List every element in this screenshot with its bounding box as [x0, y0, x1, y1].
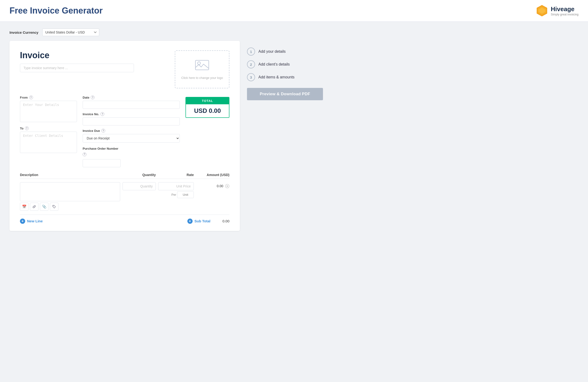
from-to-column: From ? To ? — [20, 95, 77, 167]
page-title: Free Invoice Generator — [9, 6, 103, 16]
to-group: To ? — [20, 126, 77, 153]
desc-col-label: Description — [20, 173, 120, 177]
invoice-no-input[interactable]: IN-0001 — [83, 117, 180, 126]
brand-tagline: Simply great invoicing — [551, 13, 579, 16]
line-qty-area — [123, 182, 156, 190]
step-2-label: Add client's details — [258, 62, 290, 66]
sub-total-plus-icon: + — [187, 219, 193, 224]
add-line-label: New Line — [27, 219, 43, 223]
from-help-icon[interactable]: ? — [29, 95, 33, 99]
currency-row: Invoice Currency United States Dollar - … — [9, 28, 240, 36]
items-header-row: Description Quantity Rate Amount (USD) — [20, 173, 230, 179]
po-label: Purchase Order Number — [83, 147, 180, 150]
po-input[interactable] — [83, 159, 121, 167]
list-item: 2 Add client's details — [247, 60, 323, 68]
table-row: 📅 📎 — [20, 180, 230, 212]
invoice-header-section: Invoice Click here to change your logo — [20, 50, 230, 88]
fields-column: Date ? 2020-07-24 Invoice No. ? IN-0001 — [83, 95, 180, 167]
page-header: Free Invoice Generator Hiveage Simply gr… — [0, 0, 588, 22]
date-help-icon[interactable]: ? — [91, 95, 95, 99]
step-1-label: Add your details — [258, 49, 286, 54]
amount-col-label: Amount (USD) — [196, 173, 230, 177]
logo-upload-area[interactable]: Click here to change your logo — [175, 50, 230, 88]
rate-col-label: Rate — [158, 173, 194, 177]
add-line-plus-icon: + — [20, 219, 25, 224]
line-unit-row: Per — [158, 191, 194, 198]
items-section: Description Quantity Rate Amount (USD) 📅 — [20, 173, 230, 224]
from-label: From ? — [20, 95, 77, 99]
logo-upload-text: Click here to change your logo — [181, 76, 223, 80]
step-3-label: Add items & amounts — [258, 75, 294, 79]
po-help-icon[interactable]: ? — [83, 152, 86, 156]
date-group: Date ? 2020-07-24 — [83, 95, 180, 109]
invoice-title: Invoice — [20, 50, 168, 60]
total-label: TOTAL — [186, 97, 229, 104]
svg-point-5 — [53, 206, 54, 206]
left-area: Invoice Currency United States Dollar - … — [9, 28, 240, 231]
invoice-due-label: Invoice Due ? — [83, 129, 180, 132]
svg-point-4 — [198, 62, 200, 65]
sub-total-row: + Sub Total 0.00 — [187, 219, 230, 224]
currency-label: Invoice Currency — [9, 30, 39, 34]
hiveage-hex-icon — [536, 4, 548, 17]
line-qty-input[interactable] — [123, 182, 156, 190]
line-unit-input[interactable] — [177, 191, 194, 198]
main-container: Invoice Currency United States Dollar - … — [0, 22, 333, 237]
list-item: 1 Add your details — [247, 47, 323, 56]
invoice-due-select[interactable]: Due on Receipt Net 15 Net 30 Net 60 Cust… — [83, 134, 180, 143]
total-area: TOTAL USD 0.00 — [186, 95, 230, 167]
line-desc-input[interactable] — [20, 182, 120, 201]
per-label: Per — [171, 193, 176, 196]
line-remove-btn[interactable]: ⓧ — [225, 184, 230, 188]
invoice-no-help-icon[interactable]: ? — [101, 112, 104, 116]
logo-text-area: Hiveage Simply great invoicing — [551, 5, 579, 16]
invoice-due-group: Invoice Due ? Due on Receipt Net 15 Net … — [83, 129, 180, 143]
total-amount: USD 0.00 — [186, 104, 229, 117]
invoice-due-help-icon[interactable]: ? — [101, 129, 105, 132]
attachment-tool-btn[interactable]: 📎 — [40, 203, 48, 211]
preview-download-button[interactable]: Preview & Download PDF — [247, 88, 323, 100]
line-rate-input[interactable] — [158, 182, 194, 190]
to-textarea[interactable] — [20, 132, 77, 153]
step-3-num: 3 — [247, 73, 255, 81]
brand-name: Hiveage — [551, 5, 579, 13]
to-help-icon[interactable]: ? — [25, 126, 29, 130]
step-1-num: 1 — [247, 47, 255, 56]
line-toolbar: 📅 📎 — [20, 203, 120, 211]
from-group: From ? — [20, 95, 77, 122]
invoice-body: From ? To ? — [20, 95, 230, 167]
line-amount-area: 0.00 ⓧ — [196, 182, 230, 188]
sub-total-button[interactable]: + Sub Total — [187, 219, 210, 224]
to-label: To ? — [20, 126, 77, 130]
invoice-card: Invoice Click here to change your logo — [9, 41, 240, 231]
line-desc-area: 📅 📎 — [20, 182, 120, 211]
step-2-num: 2 — [247, 60, 255, 68]
calendar-tool-btn[interactable]: 📅 — [20, 203, 28, 211]
po-group: Purchase Order Number ? — [83, 147, 180, 167]
invoice-no-group: Invoice No. ? IN-0001 — [83, 112, 180, 126]
from-textarea[interactable] — [20, 101, 77, 122]
image-icon — [195, 59, 209, 74]
line-rate-area: Per — [158, 182, 194, 198]
sub-total-value: 0.00 — [215, 219, 230, 223]
invoice-title-area: Invoice — [20, 50, 168, 72]
currency-select[interactable]: United States Dollar - USD Euro - EUR Br… — [42, 28, 99, 36]
qty-col-label: Quantity — [123, 173, 156, 177]
tag-tool-btn[interactable] — [50, 203, 58, 211]
invoice-no-label: Invoice No. ? — [83, 112, 180, 116]
line-amount-value: 0.00 — [217, 184, 223, 188]
bottom-row: + New Line + Sub Total 0.00 — [20, 214, 230, 224]
date-label: Date ? — [83, 95, 180, 99]
invoice-summary-input[interactable] — [20, 64, 134, 72]
right-sidebar: 1 Add your details 2 Add client's detail… — [247, 28, 323, 231]
total-box: TOTAL USD 0.00 — [186, 97, 230, 118]
date-input[interactable]: 2020-07-24 — [83, 101, 180, 109]
list-item: 3 Add items & amounts — [247, 73, 323, 81]
fields-and-total: Date ? 2020-07-24 Invoice No. ? IN-0001 — [83, 95, 230, 167]
brand-logo: Hiveage Simply great invoicing — [536, 4, 579, 17]
step-list: 1 Add your details 2 Add client's detail… — [247, 47, 323, 81]
add-line-button[interactable]: + New Line — [20, 219, 43, 224]
svg-rect-3 — [195, 60, 209, 70]
sub-total-label: Sub Total — [194, 219, 210, 223]
link-tool-btn[interactable] — [30, 203, 39, 211]
